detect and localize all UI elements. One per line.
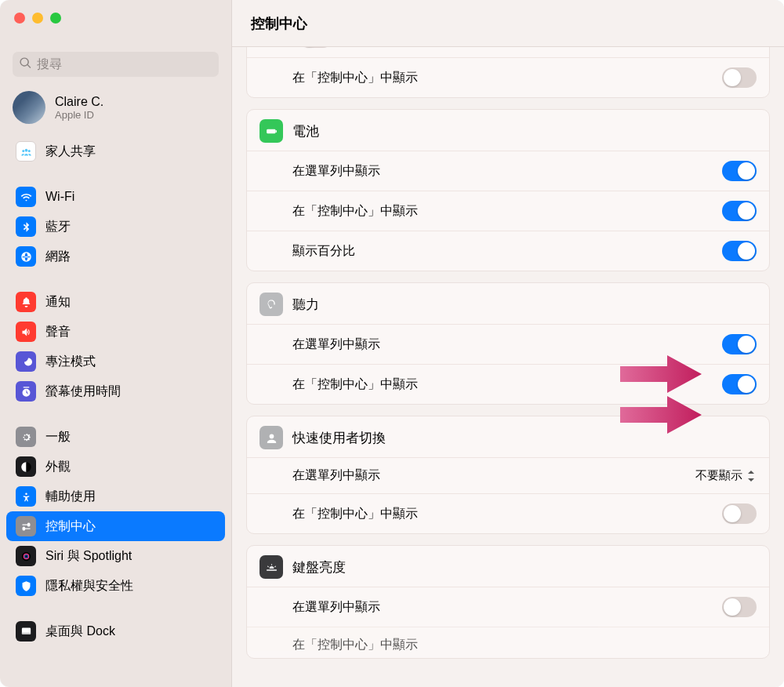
sidebar-label: 螢幕使用時間 [45,383,121,400]
sidebar-item-focus[interactable]: 專注模式 [6,347,225,376]
search-field[interactable] [13,52,219,77]
user-icon [260,426,283,449]
row-label: 顯示百分比 [292,243,722,260]
svg-point-7 [269,434,274,438]
user-name: Claire C. [55,95,103,109]
setting-row-percentage: 顯示百分比 [247,231,769,271]
setting-row-controlcenter: 在「控制中心」中顯示 [247,493,769,533]
row-label: 在選單列中顯示 [292,336,722,353]
controlcenter-icon [16,516,36,536]
row-label: 在「控制中心」中顯示 [292,637,757,653]
focus-icon [16,351,36,372]
toggle[interactable] [722,67,757,88]
toggle[interactable] [722,241,757,261]
settings-group-battery: 電池 在選單列中顯示 在「控制中心」中顯示 顯示百分比 [246,109,770,271]
setting-row-menubar: 在選單列中顯示 [247,151,769,191]
window-controls [0,0,231,35]
sidebar-label: 桌面與 Dock [45,623,115,640]
sidebar-label: 控制中心 [45,518,96,535]
search-input[interactable] [37,57,212,71]
toggle[interactable] [722,201,757,221]
row-label: 在「控制中心」中顯示 [292,70,722,86]
sidebar-item-general[interactable]: 一般 [6,422,225,452]
toggle[interactable] [722,374,757,394]
appleid-row[interactable]: Claire C. Apple ID [0,83,231,135]
sidebar-label: 通知 [45,294,71,311]
search-icon [19,56,32,73]
sidebar-label: 專注模式 [45,354,96,370]
row-label: 在「控制中心」中顯示 [292,203,722,220]
sidebar-label: 隱私權與安全性 [45,578,133,594]
sidebar-item-controlcenter[interactable]: 控制中心 [6,511,225,541]
user-sub: Apple ID [55,109,103,121]
minimize-window[interactable] [32,13,43,24]
battery-icon [260,119,283,143]
setting-row-controlcenter: 在「控制中心」中顯示 [247,627,769,658]
fullscreen-window[interactable] [50,13,61,24]
group-title: 聽力 [292,296,319,314]
setting-row-controlcenter: 在「控制中心」中顯示 [247,57,769,97]
desktop-icon [16,621,36,642]
sidebar-item-bluetooth[interactable]: 藍牙 [6,212,225,242]
toggle[interactable] [722,503,757,524]
sidebar-label: 聲音 [45,324,71,340]
setting-row-menubar: x [247,47,769,57]
group-title: 電池 [292,122,319,140]
siri-icon [16,546,36,566]
sidebar-item-screentime[interactable]: 螢幕使用時間 [6,376,225,406]
sidebar: Claire C. Apple ID 家人共享 Wi-Fi [0,0,232,687]
sidebar-label: 家人共享 [45,144,96,160]
avatar [13,91,45,124]
sidebar-item-privacy[interactable]: 隱私權與安全性 [6,571,225,601]
svg-rect-6 [275,130,276,133]
sidebar-item-family[interactable]: 家人共享 [6,136,225,166]
sidebar-label: Siri 與 Spotlight [45,548,132,565]
appearance-icon [16,456,36,477]
sidebar-label: 一般 [45,429,71,445]
sidebar-label: 外觀 [45,459,71,475]
keyboard-brightness-icon [260,555,283,579]
sidebar-item-siri[interactable]: Siri 與 Spotlight [6,541,225,571]
screentime-icon [16,381,36,402]
accessibility-icon [16,486,36,507]
sidebar-item-notifications[interactable]: 通知 [6,287,225,317]
toggle[interactable] [299,47,333,48]
sidebar-label: 網路 [45,249,71,265]
annotation-arrow-1 [620,353,702,395]
row-label: 在選單列中顯示 [292,467,695,484]
wifi-icon [16,187,36,207]
annotation-arrow-2 [620,394,702,436]
sidebar-item-accessibility[interactable]: 輔助使用 [6,482,225,511]
sidebar-label: 輔助使用 [45,489,96,505]
updown-icon [746,471,757,482]
group-title: 快速使用者切換 [292,429,386,447]
row-label: 在選單列中顯示 [292,163,722,180]
setting-row-menubar: 在選單列中顯示 [247,587,769,627]
hearing-icon [260,293,283,316]
sound-icon [16,322,36,342]
settings-group-partial: x 在「控制中心」中顯示 [246,47,770,98]
toggle[interactable] [722,161,757,181]
gear-icon [16,427,36,447]
bluetooth-icon [16,216,36,237]
toggle[interactable] [722,597,757,617]
sidebar-item-desktop[interactable]: 桌面與 Dock [6,616,225,646]
toggle[interactable] [722,334,757,354]
setting-row-controlcenter: 在「控制中心」中顯示 [247,191,769,231]
popup-value: 不要顯示 [695,468,742,483]
row-label: 在選單列中顯示 [292,599,722,616]
svg-rect-5 [267,129,275,133]
sidebar-label: Wi-Fi [45,190,74,204]
close-window[interactable] [14,13,25,24]
group-title: 鍵盤亮度 [292,558,346,576]
sidebar-item-appearance[interactable]: 外觀 [6,452,225,482]
sidebar-item-wifi[interactable]: Wi-Fi [6,182,225,212]
settings-group-keyboard: 鍵盤亮度 在選單列中顯示 在「控制中心」中顯示 [246,545,770,659]
row-label: 在「控制中心」中顯示 [292,506,722,522]
popup-button[interactable]: 不要顯示 [695,468,757,483]
bell-icon [16,292,36,312]
network-icon [16,246,36,267]
sidebar-item-sound[interactable]: 聲音 [6,317,225,347]
sidebar-item-network[interactable]: 網路 [6,242,225,271]
family-icon [16,141,36,162]
